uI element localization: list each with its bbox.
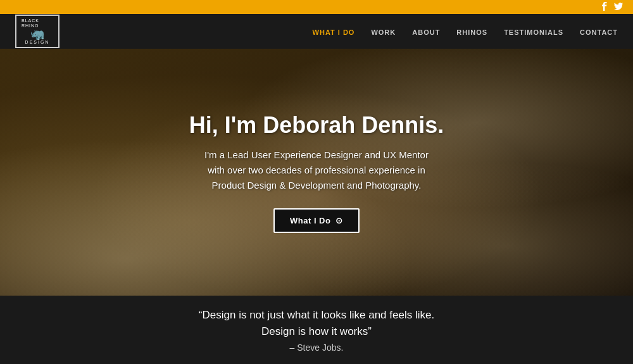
facebook-icon[interactable] [601,2,608,13]
nav-item-rhinos[interactable]: RHINOS [456,26,487,37]
nav-links: WHAT I DO WORK ABOUT RHINOS TESTIMONIALS… [313,26,618,37]
nav-link-about[interactable]: ABOUT [412,28,440,36]
quote-text: “Design is not just what it looks like a… [199,307,434,341]
navbar: BLACK RHINO 🦏 DESIGN WHAT I DO WORK ABOU… [0,14,633,49]
nav-link-rhinos[interactable]: RHINOS [456,28,487,36]
quote-author: – Steve Jobs. [290,342,344,353]
nav-item-about[interactable]: ABOUT [412,26,440,37]
quote-line2: Design is how it works” [261,325,372,337]
nav-link-testimonials[interactable]: TESTIMONIALS [504,28,563,36]
hero-section: Hi, I'm Deborah Dennis. I'm a Lead User … [0,49,633,296]
hero-subtitle: I'm a Lead User Experience Designer and … [189,147,444,193]
hero-content: Hi, I'm Deborah Dennis. I'm a Lead User … [189,112,444,233]
nav-item-testimonials[interactable]: TESTIMONIALS [504,26,563,37]
nav-link-what-i-do[interactable]: WHAT I DO [313,28,355,36]
nav-item-contact[interactable]: CONTACT [580,26,618,37]
logo-text-bottom: DESIGN [25,40,50,44]
logo[interactable]: BLACK RHINO 🦏 DESIGN [15,15,60,47]
quote-section: “Design is not just what it looks like a… [0,296,633,364]
hero-subtitle-line1: I'm a Lead User Experience Designer and … [204,149,429,160]
social-bar [0,0,633,14]
hero-btn-label: What I Do [290,216,330,225]
quote-line1: “Design is not just what it looks like a… [199,309,434,321]
hero-subtitle-line3: Product Design & Development and Photogr… [212,180,422,191]
hero-subtitle-line2: with over two decades of professional ex… [208,165,425,175]
twitter-icon[interactable] [614,3,623,12]
nav-link-contact[interactable]: CONTACT [580,28,618,36]
what-i-do-button[interactable]: What I Do ⊙ [273,208,360,233]
hero-btn-icon: ⊙ [335,216,343,225]
hero-title: Hi, I'm Deborah Dennis. [189,112,444,139]
nav-item-what-i-do[interactable]: WHAT I DO [313,26,355,37]
logo-rhino-icon: 🦏 [30,28,44,40]
nav-item-work[interactable]: WORK [371,26,396,37]
logo-text-top: BLACK RHINO [22,18,53,28]
nav-link-work[interactable]: WORK [371,28,396,36]
